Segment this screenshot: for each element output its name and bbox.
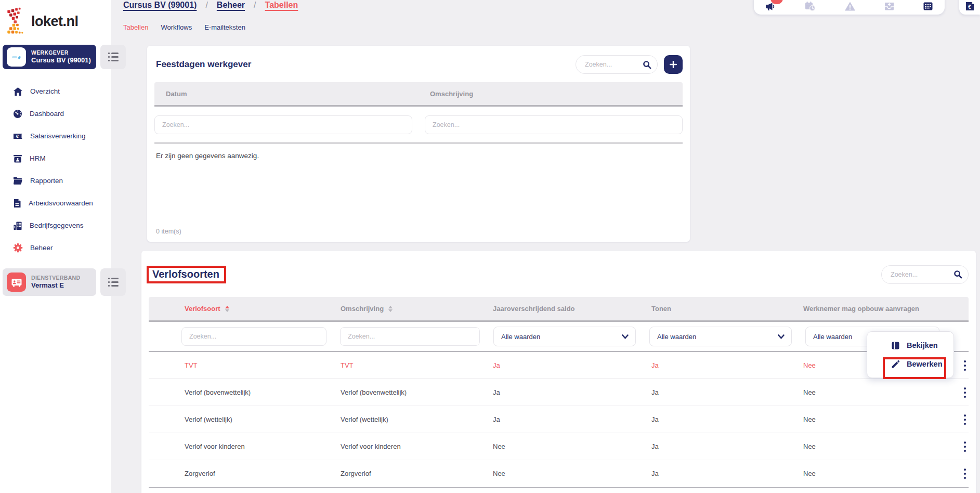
megaphone-icon[interactable] [765, 1, 777, 11]
verlofsoorten-filter-row: Alle waarden Alle waarden Alle waarden [149, 327, 969, 346]
feestdagen-search[interactable] [576, 55, 658, 74]
table-row[interactable]: Verlof (wettelijk) Verlof (wettelijk) Ja… [149, 406, 969, 433]
feestdagen-filter-row [154, 115, 683, 134]
table-row[interactable]: Verlof voor kinderen Verlof voor kindere… [149, 433, 969, 460]
verlofsoorten-title-wrap: Verlofsoorten [149, 266, 875, 283]
inbox-add-icon[interactable] [884, 1, 895, 11]
breadcrumb-separator: / [254, 1, 256, 10]
sidebar-item-hrm[interactable]: HRM [0, 147, 111, 170]
sidebar: loket.nl WERKGEVER Cursus BV (99001) [0, 0, 111, 493]
feestdagen-search-input[interactable] [584, 60, 643, 69]
sort-icon[interactable] [388, 306, 393, 312]
topbar-icon-panel [754, 0, 945, 15]
filter-datum-input[interactable] [154, 115, 412, 134]
euro-document-icon: € [965, 1, 975, 11]
filter-tonen-select[interactable]: Alle waarden [649, 327, 792, 346]
context-menu-item-bekijken[interactable]: Bekijken [867, 336, 953, 355]
sidebar-item-salarisverwerking[interactable]: € Salarisverwerking [0, 125, 111, 147]
filter-omschrijving-input[interactable] [340, 327, 480, 346]
row-context-menu: Bekijken Bewerken [867, 331, 954, 378]
euro-document-panel[interactable]: € [959, 0, 980, 15]
column-header-opbouw-aanvragen[interactable]: Werknemer mag opbouw aanvragen [798, 305, 946, 313]
chevron-down-icon [622, 334, 629, 339]
column-header-datum[interactable]: Datum [154, 90, 419, 98]
add-feestdag-button[interactable] [664, 55, 683, 74]
plus-icon [669, 60, 677, 69]
sidebar-item-beheer[interactable]: Beheer [0, 237, 111, 259]
werkgever-logo-icon [11, 51, 22, 63]
verlofsoorten-table-body: TVT TVT Ja Ja Nee Verlof (bovenwettelijk… [149, 352, 969, 487]
breadcrumb-separator: / [205, 1, 207, 10]
table-row[interactable]: TVT TVT Ja Ja Nee [149, 352, 969, 379]
column-header-omschrijving[interactable]: Omschrijving [419, 90, 683, 98]
werkgever-logo-tile [7, 47, 26, 67]
dienstverband-type-label: DIENSTVERBAND [31, 275, 80, 281]
tab-workflows[interactable]: Workflows [161, 23, 192, 31]
archive-person-icon [13, 154, 22, 163]
row-actions-kebab-icon[interactable] [946, 387, 969, 398]
dienstverband-tile [7, 273, 26, 292]
sidebar-nav: Overzicht Dashboard € Salarisverwerking [0, 80, 111, 259]
search-icon[interactable] [643, 60, 651, 69]
tab-emailteksten[interactable]: E-mailteksten [204, 23, 245, 31]
home-icon [13, 87, 23, 96]
sidebar-item-overzicht[interactable]: Overzicht [0, 80, 111, 102]
column-header-tonen[interactable]: Tonen [642, 305, 798, 313]
context-menu-item-bewerken[interactable]: Bewerken [867, 355, 953, 373]
id-card-icon [11, 277, 22, 288]
divider [154, 142, 683, 144]
document-icon [13, 199, 21, 208]
column-header-verlofsoort[interactable]: Verlofsoort [149, 305, 333, 313]
list-icon [108, 277, 119, 287]
row-actions-kebab-icon[interactable] [946, 414, 969, 425]
verlofsoorten-search-input[interactable] [890, 270, 953, 279]
sort-icon[interactable] [225, 306, 229, 312]
calendar-icon[interactable] [923, 1, 933, 11]
folder-icon [13, 176, 23, 185]
breadcrumb-item-werkgever[interactable]: Cursus BV (99001) [123, 1, 197, 10]
brand-logo-mark [6, 6, 28, 36]
filter-saldo-select[interactable]: Alle waarden [493, 327, 636, 346]
table-row[interactable]: Zorgverlof Zorgverlof Nee Ja Nee [149, 460, 969, 487]
gear-icon [13, 243, 23, 253]
column-header-omschrijving[interactable]: Omschrijving [333, 305, 486, 313]
feestdagen-item-count: 0 item(s) [156, 228, 181, 235]
sidebar-item-dashboard[interactable]: Dashboard [0, 102, 111, 125]
verlofsoorten-footer: 15 item(s) « ‹ 1 2 › » [149, 487, 969, 493]
brand-logo[interactable]: loket.nl [6, 6, 79, 36]
breadcrumb-item-beheer[interactable]: Beheer [217, 1, 245, 10]
search-icon[interactable] [953, 270, 962, 279]
werkgever-selector[interactable]: WERKGEVER Cursus BV (99001) [3, 45, 96, 69]
werkgever-type-label: WERKGEVER [31, 49, 91, 56]
dienstverband-selector[interactable]: DIENSTVERBAND Vermast E [3, 268, 96, 296]
empty-state-text: Er zijn geen gegevens aanwezig. [156, 152, 681, 160]
book-icon [891, 341, 900, 350]
brand-logo-text: loket.nl [31, 14, 79, 30]
list-icon [108, 52, 119, 62]
sidebar-item-bedrijfsgegevens[interactable]: Bedrijfsgegevens [0, 214, 111, 237]
verlofsoorten-search[interactable] [881, 265, 969, 284]
werkgever-list-toggle[interactable] [100, 45, 126, 69]
pencil-icon [891, 360, 900, 369]
feestdagen-title: Feestdagen werkgever [156, 59, 569, 70]
dienstverband-name: Vermast E [31, 281, 80, 290]
svg-text:€: € [968, 4, 971, 10]
calendar-clock-icon[interactable] [805, 1, 816, 11]
sidebar-item-rapporten[interactable]: Rapporten [0, 170, 111, 192]
verlofsoorten-card: Verlofsoorten Verlofsoort Omschrijving J… [141, 251, 976, 493]
warning-icon[interactable] [844, 1, 856, 11]
table-row[interactable]: Verlof (bovenwettelijk) Verlof (bovenwet… [149, 379, 969, 406]
dienstverband-list-toggle[interactable] [100, 268, 126, 296]
breadcrumb-item-tabellen[interactable]: Tabellen [265, 1, 298, 10]
row-actions-kebab-icon[interactable] [946, 468, 969, 479]
column-header-jaaroverschrijdend-saldo[interactable]: Jaaroverschrijdend saldo [486, 305, 642, 313]
filter-omschrijving-input[interactable] [425, 115, 683, 134]
dashboard-icon [13, 109, 22, 119]
feestdagen-card: Feestdagen werkgever Datum Omschrijving … [147, 46, 690, 242]
svg-text:€: € [16, 133, 19, 139]
werkgever-name: Cursus BV (99001) [31, 56, 91, 64]
filter-verlofsoort-input[interactable] [181, 327, 326, 346]
tab-tabellen[interactable]: Tabellen [123, 23, 148, 31]
sidebar-item-arbeidsvoorwaarden[interactable]: Arbeidsvoorwaarden [0, 192, 111, 214]
row-actions-kebab-icon[interactable] [946, 441, 969, 452]
